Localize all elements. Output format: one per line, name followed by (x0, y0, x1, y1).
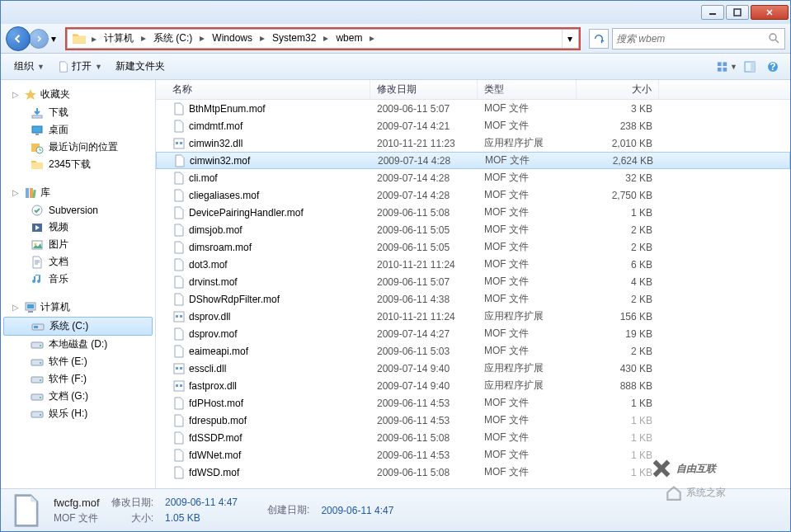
sidebar-item[interactable]: 软件 (E:) (1, 353, 155, 370)
sidebar-item[interactable]: Subversion (1, 202, 155, 219)
breadcrumb-item[interactable]: Windows (207, 31, 257, 45)
address-bar[interactable]: ▸ 计算机▸系统 (C:)▸Windows▸System32▸wbem▸ ▾ (67, 29, 579, 49)
sidebar-item[interactable]: 图片 (1, 236, 155, 253)
file-row[interactable]: esscli.dll 2009-07-14 9:40 应用程序扩展 430 KB (156, 360, 790, 377)
dll-icon (172, 137, 186, 150)
sidebar-item[interactable]: 2345下载 (1, 156, 155, 173)
file-icon (172, 345, 186, 358)
view-options-button[interactable]: ▼ (716, 58, 737, 76)
recent-icon (31, 141, 44, 154)
breadcrumb-item[interactable]: 系统 (C:) (148, 31, 197, 45)
file-row[interactable]: cimdmtf.mof 2009-07-14 4:21 MOF 文件 238 K… (156, 117, 790, 134)
search-icon (768, 32, 781, 45)
file-row[interactable]: cimwin32.dll 2010-11-21 11:23 应用程序扩展 2,0… (156, 134, 790, 152)
sidebar-group-header[interactable]: ▷库 (1, 183, 155, 202)
sidebar-item[interactable]: 软件 (F:) (1, 370, 155, 388)
sidebar-item[interactable]: 下载 (1, 104, 155, 121)
file-icon (172, 102, 186, 115)
drive-icon (31, 407, 44, 421)
sidebar-item[interactable]: 系统 (C:) (3, 317, 153, 336)
file-row[interactable]: cli.mof 2009-07-14 4:28 MOF 文件 32 KB (156, 169, 790, 186)
drive-icon (31, 338, 44, 351)
column-name[interactable]: 名称 (156, 80, 370, 99)
sidebar-group-header[interactable]: ▷收藏夹 (1, 85, 155, 104)
address-dropdown[interactable]: ▾ (562, 30, 577, 48)
breadcrumb-separator[interactable]: ▸ (89, 33, 99, 45)
sidebar-item[interactable]: 娱乐 (H:) (1, 405, 155, 422)
file-icon (172, 414, 186, 427)
file-row[interactable]: DShowRdpFilter.mof 2009-06-11 4:38 MOF 文… (156, 290, 790, 308)
maximize-button[interactable] (726, 5, 749, 20)
preview-pane-button[interactable] (739, 58, 760, 76)
breadcrumb-item[interactable]: 计算机 (99, 31, 139, 45)
file-icon (172, 397, 186, 410)
sidebar-group-header[interactable]: ▷计算机 (1, 298, 155, 317)
open-icon (58, 61, 69, 73)
sidebar-item[interactable]: 视频 (1, 219, 155, 236)
drive-icon (31, 373, 44, 386)
drive-icon (31, 355, 44, 369)
sidebar-item[interactable]: 文档 (1, 253, 155, 271)
file-icon (172, 120, 186, 133)
address-bar-highlight: ▸ 计算机▸系统 (C:)▸Windows▸System32▸wbem▸ ▾ (65, 27, 581, 50)
sidebar-item[interactable]: 最近访问的位置 (1, 139, 155, 156)
breadcrumb-separator[interactable]: ▸ (321, 32, 331, 44)
file-icon (172, 466, 186, 479)
help-button[interactable] (762, 58, 784, 76)
drive-c-icon (31, 320, 45, 333)
file-row[interactable]: fdPHost.mof 2009-06-11 4:53 MOF 文件 1 KB (156, 394, 790, 412)
svn-icon (31, 204, 44, 217)
file-row[interactable]: eaimeapi.mof 2009-06-11 5:03 MOF 文件 2 KB (156, 342, 790, 360)
sidebar: ▷收藏夹下载桌面最近访问的位置2345下载 ▷库Subversion视频图片文档… (1, 80, 156, 488)
file-list[interactable]: BthMtpEnum.mof 2009-06-11 5:07 MOF 文件 3 … (156, 100, 790, 488)
new-folder-button[interactable]: 新建文件夹 (109, 57, 172, 76)
search-input[interactable] (616, 33, 768, 45)
organize-menu[interactable]: 组织▼ (7, 57, 51, 76)
mus-icon (31, 273, 44, 286)
refresh-button[interactable] (589, 29, 609, 49)
file-row[interactable]: dsprov.mof 2009-07-14 4:27 MOF 文件 19 KB (156, 325, 790, 342)
column-type[interactable]: 类型 (478, 80, 577, 99)
file-row[interactable]: dimsjob.mof 2009-06-11 5:05 MOF 文件 2 KB (156, 221, 790, 238)
file-icon (172, 293, 186, 306)
search-box[interactable] (612, 28, 785, 49)
breadcrumb-item[interactable]: System32 (267, 31, 321, 45)
nav-history-dropdown[interactable]: ▾ (49, 29, 59, 49)
minimize-button[interactable] (701, 5, 724, 20)
column-size[interactable]: 大小 (577, 80, 659, 99)
file-row[interactable]: fastprox.dll 2009-07-14 9:40 应用程序扩展 888 … (156, 377, 790, 394)
file-row[interactable]: fdrespub.mof 2009-06-11 4:53 MOF 文件 1 KB (156, 412, 790, 429)
file-row[interactable]: dsprov.dll 2010-11-21 11:24 应用程序扩展 156 K… (156, 308, 790, 325)
pic-icon (31, 238, 44, 252)
file-row[interactable]: BthMtpEnum.mof 2009-06-11 5:07 MOF 文件 3 … (156, 100, 790, 117)
toolbar: 组织▼ 打开▼ 新建文件夹 ▼ (1, 54, 790, 80)
file-row[interactable]: DevicePairingHandler.mof 2009-06-11 5:08… (156, 204, 790, 221)
file-row[interactable]: dimsroam.mof 2009-06-11 5:05 MOF 文件 2 KB (156, 238, 790, 256)
sidebar-item[interactable]: 本地磁盘 (D:) (1, 336, 155, 353)
file-row[interactable]: drvinst.mof 2009-06-11 5:07 MOF 文件 4 KB (156, 273, 790, 290)
sidebar-item[interactable]: 音乐 (1, 271, 155, 288)
desk-icon (31, 124, 44, 137)
file-row[interactable]: cliegaliases.mof 2009-07-14 4:28 MOF 文件 … (156, 186, 790, 204)
navbar: ▾ ▸ 计算机▸系统 (C:)▸Windows▸System32▸wbem▸ ▾ (1, 24, 790, 54)
forward-button[interactable] (29, 29, 49, 49)
sidebar-item[interactable]: 文档 (G:) (1, 388, 155, 405)
file-icon (172, 189, 186, 202)
breadcrumb-item[interactable]: wbem (331, 31, 367, 45)
file-row[interactable]: dot3.mof 2010-11-21 11:24 MOF 文件 6 KB (156, 256, 790, 273)
back-button[interactable] (6, 26, 31, 51)
breadcrumb-separator[interactable]: ▸ (139, 32, 148, 44)
status-create-value: 2009-06-11 4:47 (321, 505, 393, 516)
file-row[interactable]: cimwin32.mof 2009-07-14 4:28 MOF 文件 2,62… (156, 152, 790, 169)
breadcrumb-separator[interactable]: ▸ (257, 32, 267, 44)
status-filetype: MOF 文件 (54, 511, 100, 525)
close-button[interactable] (751, 5, 789, 20)
breadcrumb-separator[interactable]: ▸ (197, 32, 207, 44)
column-date[interactable]: 修改日期 (370, 80, 478, 99)
file-row[interactable]: fdSSDP.mof 2009-06-11 5:08 MOF 文件 1 KB (156, 429, 790, 446)
sidebar-item[interactable]: 桌面 (1, 121, 155, 139)
watermark-1: 自由互联 (650, 457, 716, 480)
file-icon (172, 275, 186, 289)
open-button[interactable]: 打开▼ (51, 57, 109, 76)
breadcrumb-separator[interactable]: ▸ (367, 32, 377, 44)
